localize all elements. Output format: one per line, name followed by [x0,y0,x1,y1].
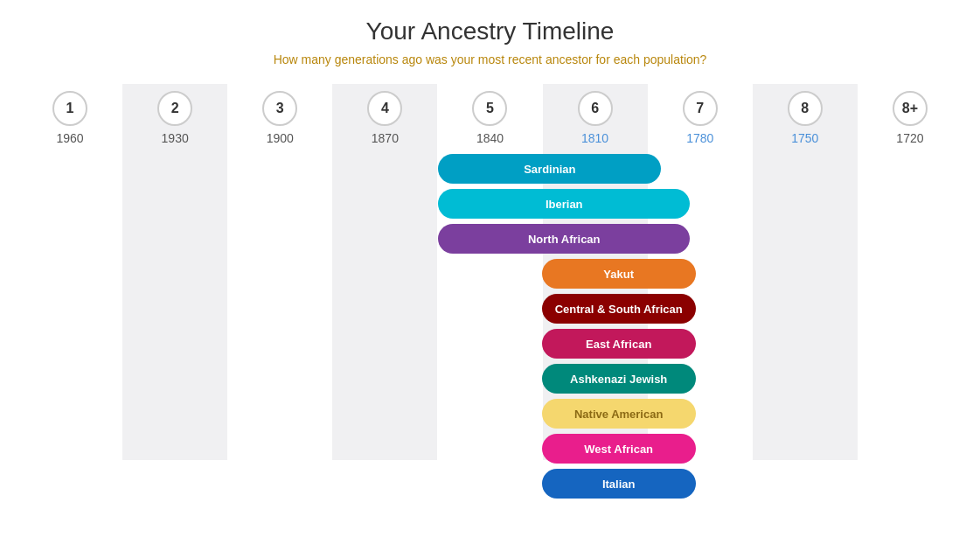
gen-col-4: 4 1870 [332,84,437,145]
gen-col-1: 1 1960 [17,84,122,145]
bar-row-yakut: Yakut [24,259,956,289]
gen-col-9: 8+ 1720 [858,84,963,145]
year-4: 1870 [372,131,399,145]
bars-container: Sardinian Iberian North African Yakut Ce… [17,154,963,504]
year-8: 1750 [791,131,818,145]
gen-circle-7: 7 [683,91,718,126]
page-wrapper: Your Ancestry Timeline How many generati… [0,0,980,469]
bar-west-african: West African [542,434,696,464]
gen-circle-8: 8 [788,91,823,126]
gen-row: 1 1960 2 1930 3 1900 4 1870 [17,84,963,145]
bar-row-west-african: West African [24,434,956,464]
gen-col-5: 5 1840 [437,84,542,145]
bar-row-native-american: Native American [24,399,956,429]
timeline-container: 1 1960 2 1930 3 1900 4 1870 [0,84,980,460]
gen-circle-6: 6 [578,91,613,126]
bar-north-african: North African [438,224,690,254]
year-5: 1840 [476,131,504,145]
bar-central-south-african: Central & South African [542,294,696,324]
gen-circle-5: 5 [472,91,507,126]
bar-iberian: Iberian [438,189,690,219]
bar-italian: Italian [542,469,696,499]
gen-col-8: 8 1750 [753,84,858,145]
gen-circle-4: 4 [367,91,402,126]
year-1: 1960 [56,131,83,145]
bar-row-east-african: East African [24,329,956,359]
bar-sardinian: Sardinian [438,154,661,184]
gen-circle-9: 8+ [893,91,928,126]
gen-col-7: 7 1780 [648,84,753,145]
gen-col-6: 6 1810 [543,84,648,145]
bar-yakut: Yakut [542,259,696,289]
year-7: 1780 [686,131,713,145]
bar-native-american: Native American [542,399,696,429]
gen-col-2: 2 1930 [122,84,227,145]
year-9: 1720 [896,131,923,145]
gen-circle-2: 2 [157,91,192,126]
year-3: 1900 [267,131,294,145]
gen-circle-1: 1 [52,91,87,126]
page-header: Your Ancestry Timeline How many generati… [0,17,980,66]
bar-east-african: East African [542,329,696,359]
bar-row-italian: Italian [24,469,956,499]
bar-ashkenazi-jewish: Ashkenazi Jewish [542,364,696,394]
year-6: 1810 [581,131,608,145]
page-subtitle: How many generations ago was your most r… [0,52,980,66]
year-2: 1930 [162,131,189,145]
timeline-grid: 1 1960 2 1930 3 1900 4 1870 [17,84,963,460]
gen-circle-3: 3 [262,91,297,126]
bar-row-iberian: Iberian [24,189,956,219]
bar-row-north-african: North African [24,224,956,254]
bar-row-sardinian: Sardinian [24,154,956,184]
bar-row-ashkenazi: Ashkenazi Jewish [24,364,956,394]
page-title: Your Ancestry Timeline [0,17,980,45]
gen-col-3: 3 1900 [227,84,332,145]
bar-row-central-south: Central & South African [24,294,956,324]
